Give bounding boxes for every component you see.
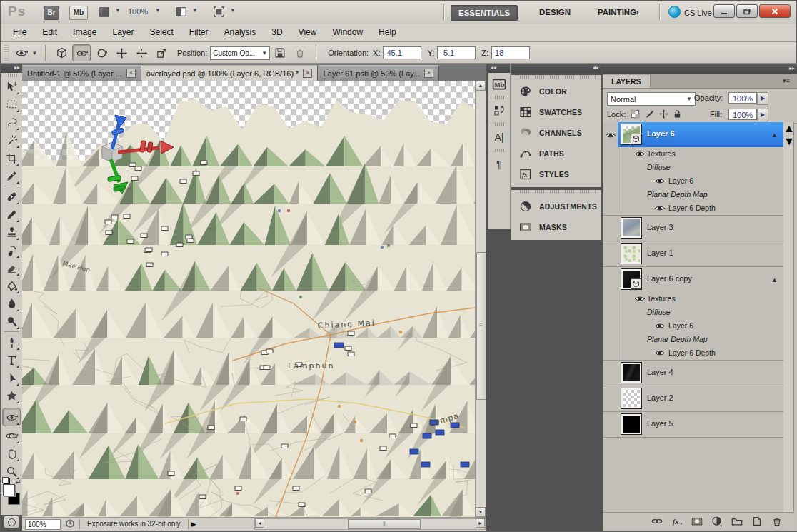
panel-button-character-panel[interactable]: A| [490, 128, 508, 146]
add-layer-mask-button[interactable] [691, 514, 703, 528]
menu-filter[interactable]: Filter [181, 24, 216, 41]
icon-strip-grip[interactable] [491, 149, 508, 152]
layer-sub-textures[interactable]: Textures [603, 292, 783, 306]
eye-icon[interactable] [634, 150, 646, 158]
panel-dock-collapse[interactable]: ◂◂ [511, 64, 601, 73]
tab-close-icon[interactable]: × [126, 69, 136, 78]
tool-type[interactable] [3, 351, 20, 368]
layer-row-layer-5[interactable]: Layer 5 [603, 412, 783, 437]
visibility-toggle[interactable] [634, 150, 646, 159]
visibility-toggle[interactable] [654, 177, 666, 186]
restore-button[interactable] [736, 4, 758, 18]
default-colors-icon[interactable] [2, 477, 9, 483]
tool-clone-stamp[interactable] [3, 224, 20, 241]
layer-sub-layer-6[interactable]: Layer 6 [603, 319, 783, 333]
eye-icon[interactable] [605, 131, 616, 139]
canvas-horizontal-scrollbar[interactable]: ◄ ► [254, 518, 486, 530]
layer-sub-planar-depth-map[interactable]: Planar Depth Map [603, 333, 783, 346]
screen-mode-dropdown-arrow[interactable]: ▼ [230, 7, 236, 14]
swap-colors-icon[interactable]: ⇄ [16, 478, 21, 485]
layer-thumbnail[interactable] [621, 363, 641, 383]
visibility-toggle[interactable] [654, 322, 666, 331]
layers-scroll-up[interactable]: ▲ [783, 122, 795, 134]
menu-window[interactable]: Window [324, 24, 371, 41]
panel-button-swatches[interactable]: SWATCHES [511, 101, 601, 122]
panel-button-adjustments[interactable]: ADJUSTMENTS [511, 196, 601, 216]
canvas-vertical-scrollbar[interactable]: ▲ ▼ [475, 81, 486, 517]
view-extras-icon[interactable] [97, 5, 111, 19]
tool-paint-bucket[interactable] [3, 277, 20, 294]
tool-move[interactable] [3, 78, 20, 95]
new-group-button[interactable] [731, 514, 743, 528]
3d-roll-mode-button[interactable] [92, 44, 111, 61]
scroll-right-arrow[interactable]: ► [476, 518, 485, 528]
layer-thumbnail[interactable] [621, 218, 641, 238]
status-zoom-field[interactable]: 100% [25, 519, 61, 530]
menu-3d[interactable]: 3D [264, 24, 290, 41]
visibility-toggle[interactable] [654, 204, 666, 214]
eye-icon[interactable] [654, 349, 666, 357]
tool-3d-camera-rotate[interactable] [3, 427, 20, 444]
options-bar-grip[interactable] [4, 45, 9, 61]
icon-strip-grip[interactable] [491, 96, 508, 99]
delete-position-button[interactable] [291, 44, 309, 61]
lock-position-icon[interactable] [658, 109, 669, 119]
horizontal-scroll-thumb[interactable] [348, 519, 421, 529]
orientation-y-field[interactable]: -5.1 [437, 46, 476, 59]
menu-file[interactable]: File [5, 24, 34, 41]
workspace-design[interactable]: DESIGN [532, 5, 578, 19]
opacity-spinner[interactable]: ▶ [757, 92, 768, 105]
panel-button-channels[interactable]: CHANNELS [511, 122, 601, 143]
arrange-documents-icon[interactable] [174, 5, 188, 19]
menu-image[interactable]: Image [65, 24, 104, 41]
layer-row-layer-2[interactable]: Layer 2 [603, 386, 783, 411]
layer-row-layer-6-copy[interactable]: Layer 6 copy▲ [603, 267, 783, 292]
layers-scrollbar[interactable]: ▲ ▼ [783, 122, 794, 512]
icon-strip-collapse[interactable]: ◂◂ [488, 64, 510, 73]
3d-rotate-mode-button[interactable] [72, 44, 91, 61]
tool-palette-collapse[interactable]: ▸▸ [1, 64, 22, 73]
menu-select[interactable]: Select [141, 24, 181, 41]
view-extras-dropdown-arrow[interactable]: ▼ [115, 7, 121, 14]
zoom-level-dropdown-arrow[interactable]: ▼ [155, 7, 161, 14]
document-tab-1[interactable]: Untitled-1 @ 50% (Layer ...× [22, 65, 141, 81]
minimize-button[interactable] [713, 4, 735, 18]
close-button[interactable] [759, 4, 791, 18]
tool-palette-grip[interactable] [4, 74, 19, 77]
document-tab-2[interactable]: overlayed.psd @ 100% (Layer 6, RGB/16) *… [141, 65, 319, 81]
screen-mode-icon[interactable] [212, 5, 226, 19]
layer-sub-layer-6[interactable]: Layer 6 [603, 174, 783, 188]
layer-sub-layer-6-depth[interactable]: Layer 6 Depth [603, 201, 783, 215]
current-tool-preset[interactable]: ▼ [12, 45, 39, 61]
status-info-icon[interactable] [65, 518, 75, 530]
menu-layer[interactable]: Layer [104, 24, 141, 41]
orientation-x-field[interactable]: 45.1 [383, 46, 421, 59]
workspace-overflow-button[interactable]: » [627, 5, 646, 19]
layers-panel-menu-icon[interactable]: ▾≡ [778, 76, 795, 86]
visibility-toggle[interactable] [654, 349, 666, 358]
lock-all-icon[interactable] [672, 109, 683, 119]
new-adjustment-layer-button[interactable] [711, 514, 723, 528]
quick-mask-button[interactable] [4, 516, 19, 528]
eye-icon[interactable] [654, 322, 666, 330]
layers-tab[interactable]: LAYERS [603, 75, 651, 88]
collapse-triangle-icon[interactable]: ▲ [771, 276, 778, 283]
layer-thumbnail[interactable] [621, 124, 641, 144]
scroll-up-arrow[interactable]: ▲ [476, 81, 486, 91]
tool-crop[interactable] [3, 149, 20, 166]
tab-close-icon[interactable]: × [424, 69, 433, 78]
layers-scroll-down[interactable]: ▼ [783, 135, 795, 147]
layers-dock-collapse[interactable]: ▸▸ [603, 64, 797, 74]
opacity-field[interactable]: 100% [728, 92, 757, 104]
layer-sub-diffuse[interactable]: Diffuse [603, 306, 783, 319]
link-layers-button[interactable] [651, 514, 663, 528]
new-layer-button[interactable] [751, 514, 763, 528]
arrange-documents-dropdown-arrow[interactable]: ▼ [192, 7, 198, 14]
tool-3d-object-rotate[interactable] [2, 408, 21, 426]
tool-path-selection[interactable] [3, 369, 20, 386]
3d-slide-mode-button[interactable] [132, 44, 151, 61]
tool-rectangular-marquee[interactable] [3, 96, 20, 113]
layer-sub-textures[interactable]: Textures [603, 147, 783, 161]
zoom-level-control[interactable]: 100% [128, 7, 148, 16]
eye-icon[interactable] [654, 204, 666, 212]
